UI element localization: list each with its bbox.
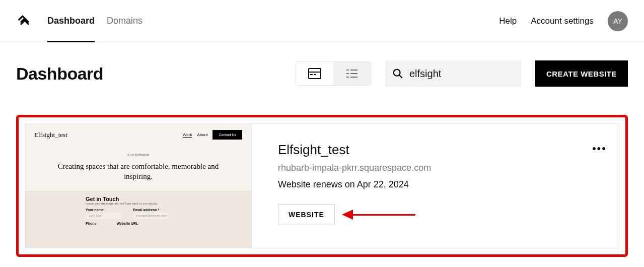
site-card[interactable]: Elfsight_test Work About Contact Us Our … [25, 123, 619, 248]
website-button[interactable]: WEBSITE [278, 204, 335, 225]
site-actions: WEBSITE [278, 204, 605, 225]
top-nav: Dashboard Domains [47, 0, 142, 42]
site-thumbnail[interactable]: Elfsight_test Work About Contact Us Our … [25, 124, 252, 248]
site-domain: rhubarb-impala-pkrr.squarespace.com [278, 163, 605, 173]
annotation-highlight: Elfsight_test Work About Contact Us Our … [16, 115, 628, 257]
nav-domains[interactable]: Domains [107, 0, 142, 42]
squarespace-logo[interactable] [16, 13, 33, 30]
search-box [385, 60, 521, 87]
create-website-button[interactable]: CREATE WEBSITE [535, 60, 628, 87]
view-toggle [296, 61, 371, 86]
thumb-label-name: Your name [86, 208, 121, 212]
thumb-contact-button: Contact Us [212, 130, 242, 140]
account-settings-link[interactable]: Account settings [531, 16, 594, 26]
thumb-tagline: Creating spaces that are comfortable, me… [25, 157, 251, 191]
page-body: Dashboard [0, 42, 644, 257]
thumb-form: Get in Touch Leave your message and we'l… [25, 191, 251, 248]
nav-dashboard[interactable]: Dashboard [47, 0, 95, 42]
page-header: Dashboard [16, 60, 628, 87]
top-bar: Dashboard Domains Help Account settings … [0, 0, 644, 42]
header-controls: CREATE WEBSITE [296, 60, 628, 87]
svg-rect-0 [309, 69, 321, 79]
svg-rect-2 [310, 74, 313, 75]
site-info: ••• Elfsight_test rhubarb-impala-pkrr.sq… [252, 124, 619, 248]
thumb-brand: Elfsight_test [34, 131, 67, 139]
svg-rect-3 [314, 74, 316, 75]
search-input[interactable] [409, 68, 537, 80]
site-title: Elfsight_test [278, 142, 605, 158]
annotation-arrow [345, 209, 415, 220]
thumb-mission-label: Our Mission [25, 153, 251, 157]
thumb-nav-about: About [197, 132, 207, 137]
avatar[interactable]: AY [608, 11, 628, 31]
page-title: Dashboard [16, 64, 103, 84]
grid-view-button[interactable] [296, 62, 333, 85]
thumb-form-sub: Leave your message and we'll get back to… [86, 202, 191, 205]
help-link[interactable]: Help [499, 16, 517, 26]
thumb-nav-work: Work [183, 132, 192, 138]
thumb-label-email: Email address * [133, 208, 168, 212]
more-menu-icon[interactable]: ••• [592, 142, 607, 155]
thumb-label-phone: Phone [86, 222, 96, 225]
svg-line-11 [399, 75, 402, 78]
thumb-form-title: Get in Touch [86, 196, 191, 202]
thumb-ph-name: John Doe [86, 213, 121, 219]
list-view-button[interactable] [333, 62, 371, 85]
site-renewal: Website renews on Apr 22, 2024 [278, 179, 605, 190]
thumb-nav: Work About Contact Us [183, 130, 242, 140]
thumb-ph-email: example@domain.com [133, 213, 168, 219]
top-bar-right: Help Account settings AY [499, 11, 628, 31]
thumb-label-url: Website URL [116, 222, 138, 225]
search-icon [392, 68, 403, 79]
